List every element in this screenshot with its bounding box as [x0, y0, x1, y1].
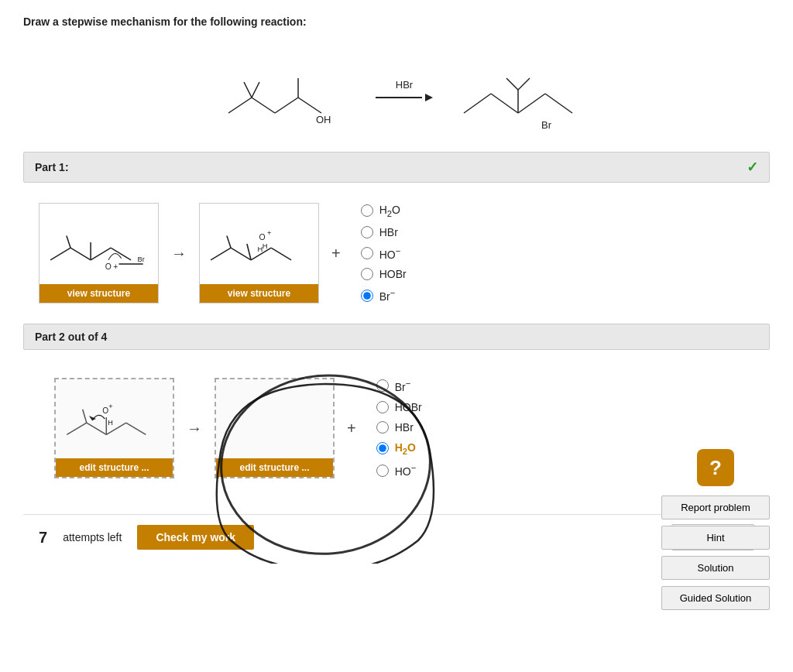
svg-line-29 — [271, 248, 291, 260]
part2-edit-right-btn[interactable]: edit structure ... — [216, 458, 333, 477]
sidebar-buttons: ? Report problem Hint Solution Guided So… — [661, 449, 770, 610]
reactant-structure: OH — [205, 43, 360, 136]
part2-radio-h2o[interactable]: H2O — [376, 441, 422, 456]
attempts-label: attempts left — [63, 531, 122, 543]
solution-button[interactable]: Solution — [661, 556, 770, 580]
part1-radio-ho[interactable]: HO− — [361, 246, 407, 261]
bottom-bar: 7 attempts left Check my work Next part — [23, 514, 770, 560]
svg-text:+: + — [267, 229, 271, 237]
svg-line-41 — [83, 410, 87, 423]
svg-line-10 — [518, 94, 545, 113]
svg-line-39 — [126, 423, 146, 434]
part1-radio-h2o[interactable]: H2O — [361, 204, 407, 218]
svg-line-3 — [298, 98, 321, 113]
part2-right-structure: edit structure ... — [215, 378, 335, 478]
part2-radio-ho[interactable]: HO− — [376, 463, 422, 478]
svg-text:H: H — [108, 419, 113, 427]
part2-radio-options: Br− HOBr HBr H2O HO− — [376, 379, 422, 478]
svg-text:Br: Br — [541, 119, 552, 131]
part2-edit-left-btn[interactable]: edit structure ... — [56, 458, 173, 477]
part1-mechanism-row: O + Br view structure → O + — [23, 195, 770, 311]
instruction-text: Draw a stepwise mechanism for the follow… — [23, 15, 770, 28]
svg-text:+: + — [113, 262, 118, 271]
part1-header: Part 1: ✓ — [23, 152, 770, 183]
reaction-arrow: HBr — [376, 79, 433, 101]
part1-radio-br[interactable]: Br− — [361, 288, 407, 303]
svg-line-17 — [70, 248, 91, 260]
svg-line-13 — [506, 78, 518, 90]
svg-line-11 — [545, 94, 572, 113]
svg-line-26 — [211, 248, 231, 260]
reagent-label: HBr — [396, 79, 413, 91]
product-structure: Br — [448, 43, 588, 136]
part2-left-structure: O + H edit structure ... — [54, 378, 174, 478]
svg-line-31 — [227, 236, 231, 249]
part2-radio-hobr[interactable]: HOBr — [376, 401, 422, 413]
svg-text:O: O — [102, 406, 108, 415]
svg-text:O: O — [105, 262, 112, 271]
guided-solution-button[interactable]: Guided Solution — [661, 586, 770, 610]
svg-text:OH: OH — [316, 114, 331, 125]
part1-view-left-btn[interactable]: view structure — [39, 284, 158, 303]
part1-right-structure: O + H H view structure — [199, 203, 319, 303]
part2-mechanism-row: O + H edit structure ... → edit structur… — [39, 370, 754, 486]
svg-text:+: + — [108, 403, 112, 410]
svg-line-2 — [275, 98, 298, 113]
part2-plus: + — [347, 420, 356, 437]
part1-plus: + — [331, 245, 341, 262]
part2-radio-hbr[interactable]: HBr — [376, 421, 422, 434]
svg-line-5 — [244, 82, 252, 98]
svg-line-21 — [67, 236, 70, 249]
svg-line-16 — [50, 248, 70, 260]
hint-button[interactable]: Hint — [661, 526, 770, 550]
attempts-number: 7 — [39, 529, 47, 547]
part1-checkmark: ✓ — [747, 159, 758, 176]
part1-left-structure: O + Br view structure — [39, 203, 159, 303]
part1-label: Part 1: — [35, 161, 69, 173]
part1-view-right-btn[interactable]: view structure — [200, 284, 318, 303]
svg-line-14 — [518, 78, 530, 90]
svg-line-0 — [228, 98, 252, 113]
svg-line-6 — [252, 82, 259, 98]
part1-radio-hobr[interactable]: HOBr — [361, 268, 407, 280]
svg-line-9 — [491, 94, 518, 113]
svg-text:O: O — [259, 233, 266, 242]
report-problem-button[interactable]: Report problem — [661, 495, 770, 519]
part2-label: Part 2 out of 4 — [35, 331, 107, 343]
reaction-diagram: OH HBr Br — [23, 43, 770, 136]
part2-mechanism-arrow: → — [187, 420, 202, 437]
svg-text:Br: Br — [137, 255, 144, 263]
svg-line-1 — [252, 98, 275, 113]
svg-line-36 — [67, 423, 87, 434]
svg-text:H: H — [263, 242, 268, 250]
check-work-button[interactable]: Check my work — [137, 525, 254, 550]
part2-radio-br[interactable]: Br− — [376, 379, 422, 393]
part2-content: O + H edit structure ... → edit structur… — [23, 362, 770, 506]
part1-mechanism-arrow: → — [171, 245, 187, 262]
help-icon[interactable]: ? — [697, 449, 734, 486]
svg-line-8 — [464, 94, 491, 113]
part1-radio-options: H2O HBr HO− HOBr Br− — [361, 204, 407, 303]
part1-radio-hbr[interactable]: HBr — [361, 226, 407, 238]
svg-line-37 — [87, 423, 107, 434]
svg-line-18 — [91, 248, 111, 260]
part2-header: Part 2 out of 4 — [23, 324, 770, 350]
